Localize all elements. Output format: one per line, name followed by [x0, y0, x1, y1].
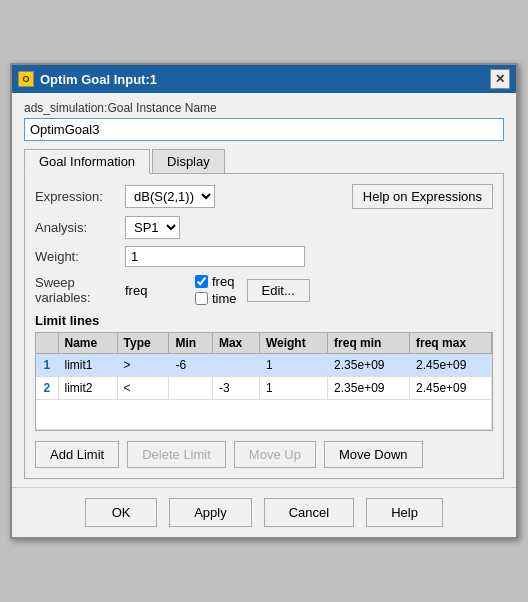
- row-freq-max: 2.45e+09: [410, 354, 492, 377]
- time-checkbox-row: time: [195, 291, 237, 306]
- analysis-label: Analysis:: [35, 220, 125, 235]
- table-empty-row: [36, 400, 492, 430]
- window-title: Optim Goal Input:1: [40, 72, 157, 87]
- row-name: limit1: [58, 354, 117, 377]
- row-freq-min: 2.35e+09: [328, 377, 410, 400]
- row-freq-max: 2.45e+09: [410, 377, 492, 400]
- close-button[interactable]: ✕: [490, 69, 510, 89]
- expression-select[interactable]: dB(S(2,1)): [125, 185, 215, 208]
- tab-display[interactable]: Display: [152, 149, 225, 173]
- sweep-checkboxes: freq time: [195, 274, 237, 306]
- sweep-row: Sweepvariables: freq freq time Edit...: [35, 274, 493, 306]
- row-weight: 1: [259, 354, 327, 377]
- tab-goal-information[interactable]: Goal Information: [24, 149, 150, 174]
- row-weight: 1: [259, 377, 327, 400]
- cancel-button[interactable]: Cancel: [264, 498, 354, 527]
- row-name: limit2: [58, 377, 117, 400]
- col-freq-min: freq min: [328, 333, 410, 354]
- expression-label: Expression:: [35, 189, 125, 204]
- analysis-select[interactable]: SP1: [125, 216, 180, 239]
- row-min: [169, 377, 213, 400]
- apply-button[interactable]: Apply: [169, 498, 252, 527]
- weight-label: Weight:: [35, 249, 125, 264]
- row-index: 1: [36, 354, 58, 377]
- limit-table-wrapper: Name Type Min Max Weight freq min freq m…: [35, 332, 493, 431]
- instance-label: ads_simulation:Goal Instance Name: [24, 101, 504, 115]
- sweep-value: freq: [125, 283, 185, 298]
- edit-button[interactable]: Edit...: [247, 279, 310, 302]
- sweep-label: Sweepvariables:: [35, 275, 125, 305]
- window-icon-label: O: [22, 74, 29, 84]
- limit-table: Name Type Min Max Weight freq min freq m…: [36, 333, 492, 430]
- table-row[interactable]: 1 limit1 > -6 1 2.35e+09 2.45e+09: [36, 354, 492, 377]
- row-freq-min: 2.35e+09: [328, 354, 410, 377]
- freq-checkbox-label: freq: [212, 274, 234, 289]
- row-type: <: [117, 377, 169, 400]
- tab-content: Expression: dB(S(2,1)) Help on Expressio…: [24, 174, 504, 479]
- table-row[interactable]: 2 limit2 < -3 1 2.35e+09 2.45e+09: [36, 377, 492, 400]
- table-header: Name Type Min Max Weight freq min freq m…: [36, 333, 492, 354]
- limit-lines-label: Limit lines: [35, 313, 493, 328]
- expression-row: Expression: dB(S(2,1)) Help on Expressio…: [35, 184, 493, 209]
- instance-input[interactable]: [24, 118, 504, 141]
- row-max: [212, 354, 259, 377]
- col-freq-max: freq max: [410, 333, 492, 354]
- row-max: -3: [212, 377, 259, 400]
- empty-cell: [36, 400, 492, 430]
- time-checkbox-label: time: [212, 291, 237, 306]
- row-index: 2: [36, 377, 58, 400]
- move-down-button[interactable]: Move Down: [324, 441, 423, 468]
- window-icon: O: [18, 71, 34, 87]
- freq-checkbox[interactable]: [195, 275, 208, 288]
- delete-limit-button[interactable]: Delete Limit: [127, 441, 226, 468]
- weight-input[interactable]: [125, 246, 305, 267]
- title-bar: O Optim Goal Input:1 ✕: [12, 65, 516, 93]
- move-up-button[interactable]: Move Up: [234, 441, 316, 468]
- row-min: -6: [169, 354, 213, 377]
- ok-button[interactable]: OK: [85, 498, 157, 527]
- help-button[interactable]: Help: [366, 498, 443, 527]
- help-expressions-button[interactable]: Help on Expressions: [352, 184, 493, 209]
- time-checkbox[interactable]: [195, 292, 208, 305]
- col-type: Type: [117, 333, 169, 354]
- freq-checkbox-row: freq: [195, 274, 237, 289]
- col-weight: Weight: [259, 333, 327, 354]
- col-max: Max: [212, 333, 259, 354]
- analysis-row: Analysis: SP1: [35, 216, 493, 239]
- title-bar-left: O Optim Goal Input:1: [18, 71, 157, 87]
- main-window: O Optim Goal Input:1 ✕ ads_simulation:Go…: [10, 63, 518, 539]
- row-type: >: [117, 354, 169, 377]
- col-index: [36, 333, 58, 354]
- table-action-buttons: Add Limit Delete Limit Move Up Move Down: [35, 441, 493, 468]
- add-limit-button[interactable]: Add Limit: [35, 441, 119, 468]
- tabs: Goal Information Display: [24, 149, 504, 174]
- col-min: Min: [169, 333, 213, 354]
- weight-row: Weight:: [35, 246, 493, 267]
- bottom-bar: OK Apply Cancel Help: [12, 487, 516, 537]
- col-name: Name: [58, 333, 117, 354]
- window-content: ads_simulation:Goal Instance Name Goal I…: [12, 93, 516, 487]
